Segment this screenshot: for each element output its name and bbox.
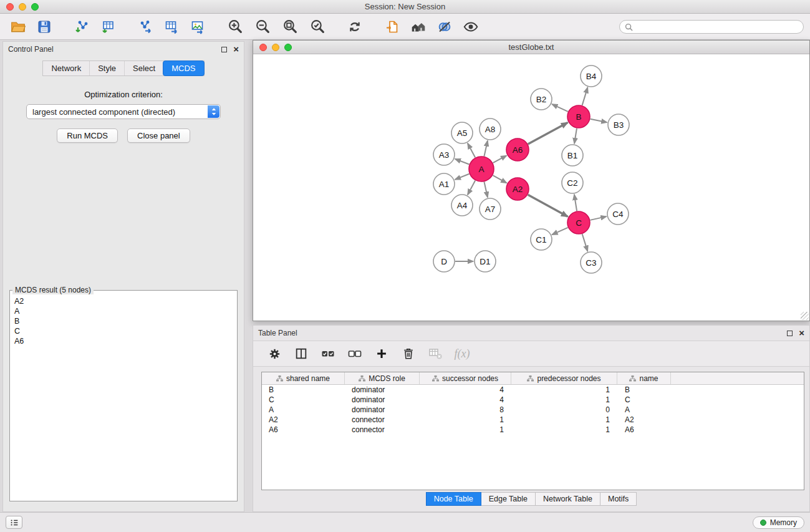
network-minimize-button[interactable] [272,44,279,51]
tab-network-table[interactable]: Network Table [536,492,600,506]
node-B2[interactable]: B2 [531,89,552,110]
zoom-fit-button[interactable] [281,17,299,36]
edge-A-A7[interactable] [484,182,487,198]
network-close-button[interactable] [259,44,267,51]
node-C1[interactable]: C1 [531,229,552,250]
edge-B-B3[interactable] [591,119,607,122]
task-history-button[interactable] [6,516,22,529]
import-table-button[interactable] [99,17,117,36]
export-table-button[interactable] [162,17,181,36]
tab-edge-table[interactable]: Edge Table [481,492,536,506]
show-columns-button[interactable] [292,345,310,362]
node-A6[interactable]: A6 [506,138,529,161]
show-hide-button[interactable] [461,17,480,36]
column-header-shared-name[interactable]: shared name [262,372,345,384]
node-A2[interactable]: A2 [506,178,529,200]
memory-button[interactable]: Memory [753,516,804,529]
result-item[interactable]: B [12,316,235,326]
edge-C-C1[interactable] [552,228,567,235]
delete-table-button[interactable] [427,345,444,362]
criterion-select[interactable]: largest connected component (directed) [26,104,221,119]
edge-C-C2[interactable] [574,195,577,211]
node-C3[interactable]: C3 [581,252,602,273]
network-canvas[interactable]: B4B2BB3A8A5A6A3B1AC2A1A2A4A7C4CC1C3DD1 [253,54,809,321]
table-row[interactable]: A6connector11A6 [262,425,804,435]
node-C4[interactable]: C4 [607,203,629,225]
node-C2[interactable]: C2 [562,172,583,193]
column-header-successor-nodes[interactable]: successor nodes [420,372,511,384]
close-panel-button[interactable]: Close panel [127,128,190,143]
network-canvas-svg[interactable]: B4B2BB3A8A5A6A3B1AC2A1A2A4A7C4CC1C3DD1 [253,54,809,321]
node-A5[interactable]: A5 [451,122,473,143]
float-table-panel-icon[interactable] [787,331,793,336]
minimize-window-button[interactable] [19,3,26,11]
close-table-panel-icon[interactable]: × [799,330,804,336]
edge-A-A8[interactable] [484,141,487,157]
column-header-mcds-role[interactable]: MCDS role [345,372,420,384]
home-button[interactable] [409,17,428,36]
run-mcds-button[interactable]: Run MCDS [57,128,118,143]
result-item[interactable]: A [12,306,235,316]
node-B4[interactable]: B4 [581,65,602,87]
node-A3[interactable]: A3 [433,144,455,165]
toolbar-search[interactable] [619,20,804,34]
tab-select[interactable]: Select [124,61,163,75]
function-builder-button[interactable]: f(x) [453,345,471,362]
table-settings-button[interactable] [266,345,283,362]
close-window-button[interactable] [6,3,14,11]
node-A7[interactable]: A7 [480,198,501,220]
table-row[interactable]: Cdominator41C [262,395,804,405]
tab-style[interactable]: Style [89,61,124,75]
close-panel-icon[interactable]: × [233,46,239,52]
node-A8[interactable]: A8 [480,118,501,140]
window-resize-grip[interactable] [801,312,809,320]
column-header-name[interactable]: name [617,372,671,384]
add-column-button[interactable] [373,345,390,362]
delete-column-button[interactable] [400,345,417,362]
edge-A2-C[interactable] [528,195,568,216]
edge-B-B2[interactable] [552,104,568,112]
edge-A-A3[interactable] [455,159,470,165]
tab-motifs[interactable]: Motifs [600,492,637,506]
edge-A-A4[interactable] [468,181,475,195]
result-item[interactable]: A6 [12,336,235,346]
search-input[interactable] [636,22,798,32]
table-row[interactable]: Adominator80A [262,405,804,415]
open-session-button[interactable] [383,17,402,36]
tab-network[interactable]: Network [43,61,89,75]
node-A[interactable]: A [469,157,494,181]
zoom-out-button[interactable] [253,17,272,36]
edge-A-A2[interactable] [493,175,506,183]
edge-C-C4[interactable] [591,216,607,220]
edge-A6-B[interactable] [528,123,568,144]
zoom-in-button[interactable] [226,17,244,36]
edge-B-B4[interactable] [582,87,588,105]
edge-B-B1[interactable] [574,128,577,143]
column-header-predecessor-nodes[interactable]: predecessor nodes [511,372,617,384]
table-row[interactable]: A2connector11A2 [262,415,804,425]
result-item[interactable]: C [12,326,235,336]
edge-A-A6[interactable] [493,155,507,163]
network-zoom-button[interactable] [284,44,292,51]
edge-A-A5[interactable] [468,143,475,158]
select-all-button[interactable] [319,345,337,362]
export-image-button[interactable] [188,17,207,36]
zoom-selected-button[interactable] [308,17,327,36]
float-panel-icon[interactable] [221,47,227,52]
node-A1[interactable]: A1 [433,173,455,195]
graphics-details-button[interactable] [435,17,454,36]
tab-mcds[interactable]: MCDS [163,60,204,76]
zoom-window-button[interactable] [31,3,39,11]
import-network-button[interactable] [72,17,91,36]
result-item[interactable]: A2 [12,296,235,306]
open-file-button[interactable] [9,17,27,36]
network-window-titlebar[interactable]: testGlobe.txt [253,41,809,54]
node-A4[interactable]: A4 [451,195,473,216]
node-B1[interactable]: B1 [562,145,583,166]
edge-A-A1[interactable] [455,174,470,180]
node-C[interactable]: C [567,211,590,234]
deselect-all-button[interactable] [346,345,364,362]
table-row[interactable]: Bdominator41B [262,385,804,395]
node-D[interactable]: D [433,251,455,272]
node-B3[interactable]: B3 [608,114,629,135]
